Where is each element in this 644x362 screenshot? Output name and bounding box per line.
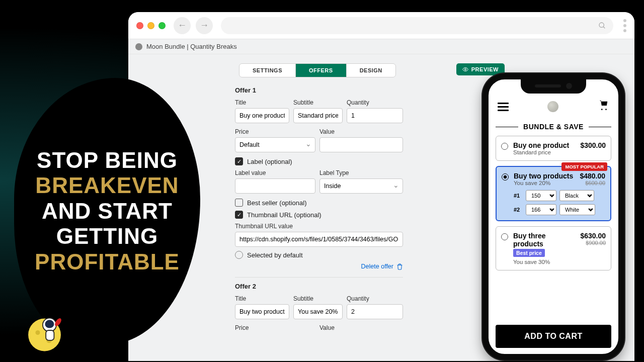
subtitle-label: Subtitle (293, 99, 343, 106)
tab-settings[interactable]: SETTINGS (239, 64, 295, 77)
globe-icon (135, 43, 142, 50)
astronaut-moon-logo (24, 308, 69, 353)
bestseller-checkbox-text: Best seller (optional) (247, 199, 307, 207)
svg-point-1 (36, 330, 40, 335)
offer-divider (235, 277, 403, 278)
thumbnail-url-label: Thumbnail URL value (235, 223, 403, 230)
browser-window: ← → Moon Bundle | Quantity Breaks SETTIN… (128, 12, 634, 361)
offer-1-price-select[interactable]: Default (235, 137, 315, 152)
breadcrumb: Moon Bundle | Quantity Breaks (128, 39, 634, 54)
trash-icon (396, 263, 403, 270)
best-price-badge: Best price (513, 249, 545, 257)
preview-button[interactable]: PREVIEW (456, 63, 505, 75)
offer-1-value-input[interactable] (319, 137, 403, 152)
variant-1-color[interactable]: Black (559, 190, 594, 201)
offer-1-heading: Offer 1 (235, 86, 403, 94)
thumbnail-url-input[interactable] (235, 232, 403, 247)
label-value-label: Label value (235, 169, 315, 176)
quantity-label: Quantity (347, 99, 403, 106)
price-label: Price (235, 128, 315, 135)
svg-line-8 (603, 27, 605, 28)
bundle-offer-2[interactable]: MOST POPULAR Buy two products You save 2… (496, 166, 611, 221)
close-window[interactable] (136, 22, 143, 29)
eye-icon (462, 66, 468, 72)
svg-point-4 (45, 320, 54, 328)
label-type-select[interactable]: Inside (319, 178, 403, 194)
bundle-offer-3[interactable]: Buy three products Best price You save 3… (496, 226, 611, 270)
minimize-window[interactable] (147, 22, 154, 29)
delete-offer-link[interactable]: Delete offer (235, 263, 403, 270)
nav-back-button[interactable]: ← (174, 17, 191, 34)
bundle-offer-1[interactable]: Buy one product Standard price $300.00 (496, 136, 611, 161)
offer-2-quantity-input[interactable] (347, 304, 403, 319)
offer-2-radio[interactable] (502, 173, 509, 180)
browser-chrome: ← → (128, 12, 634, 39)
cart-icon[interactable] (597, 100, 609, 114)
maximize-window[interactable] (158, 22, 166, 29)
variant-1-size[interactable]: 150 (526, 190, 556, 201)
offer-2-title-input[interactable] (235, 304, 289, 319)
svg-rect-5 (46, 330, 54, 340)
label-checkbox-text: Label (optional) (247, 158, 292, 165)
marketing-headline: STOP BEING BREAKEVEN AND START GETTING P… (34, 148, 180, 275)
browser-menu[interactable] (623, 19, 626, 32)
variant-2-color[interactable]: White (559, 204, 595, 215)
app-content: SETTINGS OFFERS DESIGN PREVIEW Offer 1 T… (128, 54, 634, 361)
label-checkbox[interactable]: ✓ (235, 157, 243, 165)
offer-1-title-input[interactable] (235, 108, 289, 123)
offer-1-subtitle-input[interactable] (293, 108, 343, 123)
most-popular-badge: MOST POPULAR (561, 162, 607, 171)
offer-2-subtitle-input[interactable] (293, 304, 343, 319)
window-controls[interactable] (136, 22, 166, 29)
offer-form-panel: Offer 1 Title Subtitle Quantity Price (235, 83, 403, 361)
selected-default-text: Selected by default (247, 251, 303, 259)
offer-2-heading: Offer 2 (235, 283, 403, 290)
tab-design[interactable]: DESIGN (346, 64, 395, 77)
thumbnail-checkbox-text: Thumbnail URL (optional) (247, 211, 321, 219)
url-bar[interactable] (221, 17, 613, 34)
breadcrumb-text: Moon Bundle | Quantity Breaks (146, 43, 237, 50)
search-icon (598, 22, 606, 30)
offer-3-radio[interactable] (501, 233, 508, 240)
phone-notch (521, 79, 586, 94)
thumbnail-checkbox[interactable]: ✓ (235, 211, 243, 219)
hamburger-icon[interactable] (498, 103, 509, 111)
nav-forward-button[interactable]: → (196, 17, 213, 34)
config-tabs: SETTINGS OFFERS DESIGN (239, 63, 396, 77)
offer-1-radio[interactable] (501, 143, 508, 150)
variant-2-size[interactable]: 166 (526, 204, 556, 215)
phone-preview: BUNDLE & SAVE Buy one product Standard p… (482, 73, 624, 360)
bundle-save-heading: BUNDLE & SAVE (496, 123, 611, 131)
svg-point-9 (464, 69, 466, 70)
tab-offers[interactable]: OFFERS (295, 64, 346, 77)
offer-1-quantity-input[interactable] (347, 108, 403, 123)
store-logo-moon (547, 101, 558, 112)
label-type-label: Label Type (319, 169, 403, 176)
value-label: Value (319, 128, 403, 135)
selected-default-radio[interactable] (235, 251, 243, 259)
bestseller-checkbox[interactable] (235, 199, 243, 207)
title-label: Title (235, 99, 289, 106)
svg-point-7 (599, 23, 604, 27)
add-to-cart-button[interactable]: ADD TO CART (496, 325, 611, 348)
label-value-input[interactable] (235, 178, 315, 194)
